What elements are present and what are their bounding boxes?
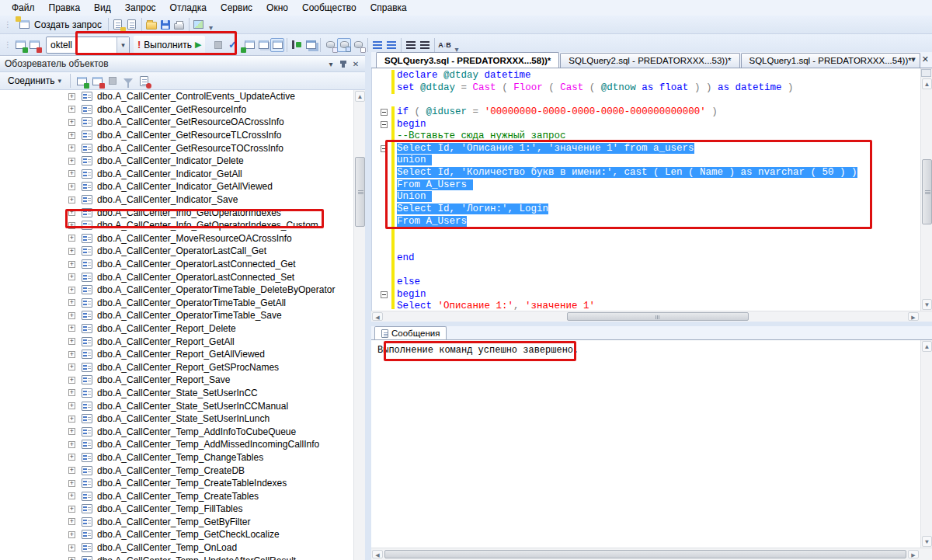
expand-icon[interactable]: + — [68, 389, 75, 396]
scroll-left-icon[interactable]: ◀ — [372, 312, 383, 321]
map-icon[interactable] — [192, 18, 206, 32]
decrease-indent-icon[interactable] — [404, 38, 418, 52]
menu-item-2[interactable]: Правка — [42, 1, 88, 15]
estimated-plan-icon[interactable] — [242, 38, 256, 52]
expand-icon[interactable]: + — [68, 93, 75, 100]
expand-icon[interactable]: + — [68, 402, 75, 409]
tree-item-27[interactable]: +dbo.A_CallCenter_Temp_AddInfoToCubeQueu… — [0, 425, 365, 438]
parse-check-icon[interactable]: ✓ — [225, 38, 239, 52]
disconnect-server-icon[interactable] — [90, 74, 104, 88]
expand-icon[interactable]: + — [68, 197, 75, 203]
messages-vertical-scrollbar[interactable]: ▲ ▼ — [920, 340, 932, 548]
script-icon[interactable] — [137, 74, 151, 88]
document-tab-3[interactable]: SQLQuery1.sql - PREDATORXXX...54))* — [741, 53, 920, 68]
expand-icon[interactable]: + — [68, 467, 75, 474]
menu-item-3[interactable]: Вид — [87, 1, 118, 15]
stop-icon[interactable] — [211, 38, 225, 52]
tree-item-22[interactable]: +dbo.A_CallCenter_Report_GetSProcNames — [0, 360, 365, 374]
scroll-left-icon[interactable]: ◀ — [372, 550, 383, 558]
expand-icon[interactable]: + — [68, 158, 75, 165]
query-designer-icon[interactable] — [256, 38, 270, 52]
menu-item-5[interactable]: Отладка — [163, 1, 214, 15]
expand-icon[interactable]: + — [68, 299, 75, 306]
scrollbar-thumb[interactable] — [922, 159, 932, 224]
expand-icon[interactable]: + — [68, 132, 75, 139]
results-to-file-icon[interactable] — [351, 38, 365, 52]
save-icon[interactable] — [158, 18, 172, 32]
expand-icon[interactable]: + — [68, 544, 75, 551]
close-icon[interactable]: ✕ — [350, 58, 362, 69]
expand-icon[interactable]: + — [68, 416, 75, 423]
tree-item-21[interactable]: +dbo.A_CallCenter_Report_GetAllViewed — [0, 348, 365, 361]
connect-button[interactable]: Соединить ▾ — [3, 74, 66, 88]
change-connection-icon[interactable] — [13, 38, 27, 52]
expand-icon[interactable]: + — [68, 183, 75, 190]
tree-item-15[interactable]: +dbo.A_CallCenter_OperatorLastConnected_… — [0, 270, 365, 283]
tree-item-6[interactable]: +dbo.A_CallCenter_Indicator_Delete — [0, 155, 365, 168]
tree-item-9[interactable]: +dbo.A_CallCenter_Indicator_Save — [0, 193, 365, 207]
tree-item-34[interactable]: +dbo.A_CallCenter_Temp_GetByFilter — [0, 516, 365, 529]
new-query-button[interactable]: Создать запрос — [13, 16, 106, 33]
expand-icon[interactable]: + — [68, 338, 75, 345]
open-folder-icon[interactable] — [144, 18, 158, 32]
tree-item-26[interactable]: +dbo.A_CallCenter_State_SetUserInLunch — [0, 412, 365, 426]
scroll-up-icon[interactable]: ▲ — [922, 341, 932, 352]
panel-splitter[interactable] — [365, 55, 371, 560]
menu-item-7[interactable]: Окно — [259, 1, 295, 15]
document-tab-2[interactable]: SQLQuery2.sql - PREDATORXXX...53))* — [560, 53, 739, 68]
tree-item-14[interactable]: +dbo.A_CallCenter_OperatorLastConnected_… — [0, 258, 365, 271]
scrollbar-thumb[interactable] — [384, 550, 906, 558]
tree-item-17[interactable]: +dbo.A_CallCenter_OperatorTimeTable_GetA… — [0, 297, 365, 310]
tree-item-37[interactable]: +dbo.A_CallCenter_Temp_UpdateAfterCallRe… — [0, 554, 365, 560]
tree-item-28[interactable]: +dbo.A_CallCenter_Temp_AddMissedIncoming… — [0, 438, 365, 451]
menu-item-9[interactable]: Справка — [363, 1, 414, 15]
expand-icon[interactable]: + — [68, 222, 75, 229]
scroll-up-icon[interactable]: ▲ — [922, 78, 932, 89]
tree-item-32[interactable]: +dbo.A_CallCenter_Temp_CreateTables — [0, 489, 365, 503]
expand-icon[interactable]: + — [68, 557, 75, 560]
results-to-grid-icon[interactable] — [337, 38, 351, 52]
tree-item-7[interactable]: +dbo.A_CallCenter_Indicator_GetAll — [0, 168, 365, 181]
expand-icon[interactable]: + — [68, 363, 75, 370]
tree-item-35[interactable]: +dbo.A_CallCenter_Temp_GetCheckLocalize — [0, 528, 365, 541]
tree-item-20[interactable]: +dbo.A_CallCenter_Report_GetAll — [0, 335, 365, 348]
tab-list-dropdown-icon[interactable]: ▾ — [911, 54, 916, 64]
tree-item-8[interactable]: +dbo.A_CallCenter_Indicator_GetAllViewed — [0, 180, 365, 193]
fold-collapse-icon[interactable] — [381, 145, 388, 152]
expand-icon[interactable]: + — [68, 248, 75, 255]
tree-item-5[interactable]: +dbo.A_CallCenter_GetResourceTOCrossInfo — [0, 141, 365, 155]
expand-icon[interactable]: + — [68, 492, 75, 499]
expand-icon[interactable]: + — [68, 518, 75, 525]
editor-horizontal-scrollbar[interactable]: ◀ ▶ — [371, 311, 932, 322]
editor-vertical-scrollbar[interactable]: ▲ ▼ — [920, 68, 932, 311]
tree-item-2[interactable]: +dbo.A_CallCenter_GetResourceInfo — [0, 103, 365, 117]
tree-item-10[interactable]: +dbo.A_CallCenter_Info_GetOperatorIndexe… — [0, 206, 365, 219]
filter-icon[interactable] — [121, 74, 135, 88]
tree-item-30[interactable]: +dbo.A_CallCenter_Temp_CreateDB — [0, 464, 365, 477]
tree-scrollbar[interactable]: ▲ — [353, 90, 365, 560]
expand-icon[interactable]: + — [68, 261, 75, 268]
specify-values-icon[interactable] — [290, 38, 304, 52]
tree-item-29[interactable]: +dbo.A_CallCenter_Temp_ChangeTables — [0, 451, 365, 464]
tree-item-13[interactable]: +dbo.A_CallCenter_OperatorLastCall_Get — [0, 245, 365, 258]
uncomment-icon[interactable] — [384, 38, 398, 52]
tab-close-icon[interactable]: ✕ — [922, 54, 929, 64]
menu-item-8[interactable]: Сообщество — [295, 1, 363, 15]
tree-item-31[interactable]: +dbo.A_CallCenter_Temp_CreateTableIndexe… — [0, 477, 365, 490]
execute-button[interactable]: ! Выполнить ▶ — [134, 36, 205, 54]
expand-icon[interactable]: + — [68, 351, 75, 358]
toolbar-overflow-icon[interactable]: ▾ — [206, 23, 216, 33]
menu-item-1[interactable]: Файл — [5, 1, 42, 15]
expand-icon[interactable]: + — [68, 441, 75, 448]
copy-windows-icon[interactable] — [304, 38, 318, 52]
fold-collapse-icon[interactable] — [381, 291, 388, 298]
menu-item-6[interactable]: Сервис — [214, 1, 259, 15]
split-window-handle[interactable] — [921, 69, 931, 77]
results-to-text-icon[interactable] — [323, 38, 337, 52]
stop-icon[interactable] — [106, 74, 120, 88]
tree-item-24[interactable]: +dbo.A_CallCenter_State_SetUserInCC — [0, 387, 365, 400]
connect-server-icon[interactable] — [75, 74, 89, 88]
print-icon[interactable] — [172, 18, 186, 32]
expand-icon[interactable]: + — [68, 273, 75, 280]
menu-item-4[interactable]: Запрос — [118, 1, 163, 15]
